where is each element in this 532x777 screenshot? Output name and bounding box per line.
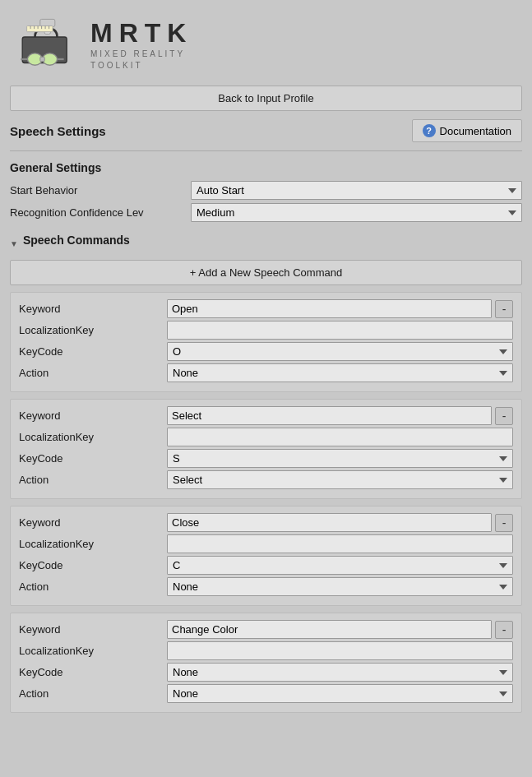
localization-input-1[interactable] (167, 428, 513, 446)
action-label-3: Action (19, 687, 167, 700)
keycode-row-0: KeyCode O (19, 342, 513, 361)
add-speech-command-button[interactable]: + Add a New Speech Command (10, 260, 522, 285)
action-label-2: Action (19, 580, 167, 593)
keyword-input-2[interactable] (167, 513, 492, 532)
speech-commands-section: ▼ Speech Commands + Add a New Speech Com… (10, 234, 522, 713)
brand-text: MRTK MIXED REALITY TOOLKIT (90, 18, 192, 72)
action-select-3[interactable]: None Select (167, 684, 513, 703)
recognition-confidence-row: Recognition Confidence Lev High Medium L… (10, 203, 522, 222)
localization-input-2[interactable] (167, 534, 513, 553)
localization-row-1: LocalizationKey (19, 428, 513, 446)
action-select-2[interactable]: None Select (167, 577, 513, 596)
recognition-confidence-label: Recognition Confidence Lev (10, 206, 191, 219)
documentation-label: Documentation (440, 125, 511, 137)
action-select-1[interactable]: None Select (167, 470, 513, 489)
localization-input-0[interactable] (167, 321, 513, 340)
general-settings-title: General Settings (10, 161, 522, 174)
command-card-1: Keyword - LocalizationKey KeyCode S Acti… (10, 399, 522, 499)
keyword-input-3[interactable] (167, 620, 492, 639)
content: Back to Input Profile Speech Settings ? … (0, 86, 532, 729)
brand-subtitle-line1: MIXED REALITY (90, 49, 192, 60)
brand-subtitle-line2: TOOLKIT (90, 60, 192, 72)
localization-input-3[interactable] (167, 641, 513, 660)
action-row-1: Action None Select (19, 470, 513, 489)
start-behavior-row: Start Behavior Auto Start Manual Start (10, 181, 522, 200)
start-behavior-label: Start Behavior (10, 184, 191, 197)
keyword-row-1: Keyword - (19, 406, 513, 425)
keycode-select-2[interactable]: C (167, 556, 513, 575)
logo-icon (16, 15, 76, 74)
localization-row-3: LocalizationKey (19, 641, 513, 660)
keycode-select-1[interactable]: S (167, 449, 513, 468)
remove-button-0[interactable]: - (495, 300, 513, 318)
remove-button-1[interactable]: - (495, 407, 513, 425)
action-label-0: Action (19, 367, 167, 379)
keyword-row-2: Keyword - (19, 513, 513, 532)
general-settings-section: General Settings Start Behavior Auto Sta… (10, 161, 522, 222)
start-behavior-select[interactable]: Auto Start Manual Start (191, 181, 522, 200)
command-card-3: Keyword - LocalizationKey KeyCode None A… (10, 613, 522, 713)
documentation-button[interactable]: ? Documentation (412, 119, 522, 142)
speech-settings-title: Speech Settings (10, 124, 106, 138)
localization-label-0: LocalizationKey (19, 324, 167, 336)
keycode-row-2: KeyCode C (19, 556, 513, 575)
command-card-0: Keyword - LocalizationKey KeyCode O Acti… (10, 292, 522, 392)
keycode-label-3: KeyCode (19, 666, 167, 678)
remove-button-3[interactable]: - (495, 621, 513, 639)
keycode-select-3[interactable]: None A (167, 663, 513, 682)
keycode-row-3: KeyCode None A (19, 663, 513, 682)
header: MRTK MIXED REALITY TOOLKIT (0, 0, 532, 86)
documentation-icon: ? (423, 124, 436, 137)
keycode-label-2: KeyCode (19, 559, 167, 571)
speech-settings-header: Speech Settings ? Documentation (10, 119, 522, 142)
svg-rect-13 (40, 57, 44, 61)
keyword-label-2: Keyword (19, 516, 167, 529)
keycode-select-0[interactable]: O (167, 342, 513, 361)
localization-label-2: LocalizationKey (19, 538, 167, 550)
localization-row-0: LocalizationKey (19, 321, 513, 340)
remove-button-2[interactable]: - (495, 514, 513, 532)
keyword-row-0: Keyword - (19, 299, 513, 318)
header-divider (10, 150, 522, 151)
keyword-label-3: Keyword (19, 623, 167, 636)
action-row-3: Action None Select (19, 684, 513, 703)
keycode-label-1: KeyCode (19, 452, 167, 465)
keyword-label-0: Keyword (19, 303, 167, 315)
back-to-input-profile-button[interactable]: Back to Input Profile (10, 86, 522, 111)
action-label-1: Action (19, 474, 167, 486)
keyword-row-3: Keyword - (19, 620, 513, 639)
brand-title: MRTK (90, 18, 192, 49)
command-card-2: Keyword - LocalizationKey KeyCode C Acti… (10, 506, 522, 606)
recognition-confidence-select[interactable]: High Medium Low Rejected (191, 203, 522, 222)
action-row-0: Action None Select (19, 363, 513, 382)
action-row-2: Action None Select (19, 577, 513, 596)
speech-commands-title: Speech Commands (23, 234, 130, 247)
keyword-input-0[interactable] (167, 299, 492, 318)
localization-row-2: LocalizationKey (19, 534, 513, 553)
collapse-triangle-icon: ▼ (10, 239, 18, 248)
speech-commands-header: ▼ Speech Commands (10, 234, 522, 253)
keycode-label-0: KeyCode (19, 345, 167, 358)
keycode-row-1: KeyCode S (19, 449, 513, 468)
action-select-0[interactable]: None Select (167, 363, 513, 382)
logo (16, 15, 76, 74)
keyword-label-1: Keyword (19, 409, 167, 422)
localization-label-3: LocalizationKey (19, 645, 167, 657)
keyword-input-1[interactable] (167, 406, 492, 425)
localization-label-1: LocalizationKey (19, 431, 167, 443)
